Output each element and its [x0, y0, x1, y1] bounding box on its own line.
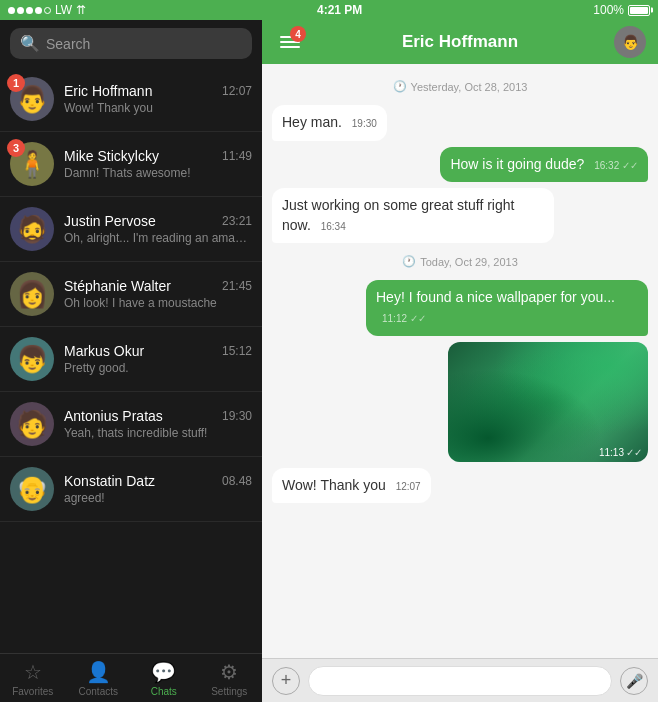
menu-button[interactable]: 4 [274, 26, 306, 58]
signal-dot-3 [26, 7, 33, 14]
status-bar: LW ⇈ 4:21 PM 100% [0, 0, 658, 20]
checkmarks: ✓✓ [410, 313, 426, 324]
wifi-icon: ⇈ [76, 3, 86, 17]
clock-icon: 🕐 [402, 255, 416, 268]
chat-preview: Pretty good. [64, 361, 252, 375]
message-row-image: 11:13 ✓✓ [272, 342, 648, 462]
header-avatar[interactable]: 👨 [614, 26, 646, 58]
chat-header-name: Eric Hoffmann [402, 32, 518, 52]
chat-list-item[interactable]: 🧑 Antonius Pratas 19:30 Yeah, thats incr… [0, 392, 262, 457]
image-time: 11:13 [599, 447, 624, 458]
chat-info: Justin Pervose 23:21 Oh, alright... I'm … [64, 213, 252, 245]
chat-name-row: Justin Pervose 23:21 [64, 213, 252, 229]
chat-list-item[interactable]: 👴 Konstatin Datz 08.48 agreed! [0, 457, 262, 522]
chat-time: 15:12 [222, 344, 252, 358]
signal-dot-1 [8, 7, 15, 14]
chats-nav-label: Chats [151, 686, 177, 697]
add-button[interactable]: + [272, 667, 300, 695]
left-panel: 🔍 Search 👨 1 Eric Hoffmann 12:07 Wow! Th… [0, 20, 262, 702]
unread-badge: 3 [7, 139, 25, 157]
battery-percent: 100% [593, 3, 624, 17]
avatar-emoji: 👦 [16, 344, 48, 375]
settings-nav-label: Settings [211, 686, 247, 697]
search-input-wrapper[interactable]: 🔍 Search [10, 28, 252, 59]
signal-indicator [8, 7, 51, 14]
avatar-wrap: 👩 [10, 272, 54, 316]
nav-item-chats[interactable]: 💬 Chats [131, 654, 197, 702]
chat-preview: Oh, alright... I'm reading an amazing ar… [64, 231, 252, 245]
message-row-received: Hey man. 19:30 [272, 105, 648, 141]
chat-preview: Yeah, thats incredible stuff! [64, 426, 252, 440]
chat-name-row: Stéphanie Walter 21:45 [64, 278, 252, 294]
chat-preview: Wow! Thank you [64, 101, 252, 115]
chat-info: Markus Okur 15:12 Pretty good. [64, 343, 252, 375]
header-avatar-icon: 👨 [622, 34, 639, 50]
contacts-nav-label: Contacts [79, 686, 118, 697]
chat-list-item[interactable]: 🧍 3 Mike Stickylcky 11:49 Damn! Thats aw… [0, 132, 262, 197]
contacts-nav-icon: 👤 [86, 660, 111, 684]
message-time: 16:32 ✓✓ [594, 160, 638, 171]
battery-fill [630, 7, 648, 14]
avatar-emoji: 👩 [16, 279, 48, 310]
image-bubble: 11:13 ✓✓ [448, 342, 648, 462]
chat-info: Eric Hoffmann 12:07 Wow! Thank you [64, 83, 252, 115]
date-text: Today, Oct 29, 2013 [420, 256, 518, 268]
settings-nav-icon: ⚙ [220, 660, 238, 684]
nav-item-contacts[interactable]: 👤 Contacts [66, 654, 132, 702]
chat-info: Mike Stickylcky 11:49 Damn! Thats awesom… [64, 148, 252, 180]
chat-name: Justin Pervose [64, 213, 156, 229]
chat-info: Antonius Pratas 19:30 Yeah, thats incred… [64, 408, 252, 440]
favorites-nav-icon: ☆ [24, 660, 42, 684]
chat-name-row: Antonius Pratas 19:30 [64, 408, 252, 424]
chat-time: 12:07 [222, 84, 252, 98]
chat-name: Markus Okur [64, 343, 144, 359]
unread-badge: 1 [7, 74, 25, 92]
chat-list-item[interactable]: 👩 Stéphanie Walter 21:45 Oh look! I have… [0, 262, 262, 327]
status-left: LW ⇈ [8, 3, 86, 17]
avatar-wrap: 🧍 3 [10, 142, 54, 186]
battery-icon [628, 5, 650, 16]
avatar-wrap: 👨 1 [10, 77, 54, 121]
app-body: 🔍 Search 👨 1 Eric Hoffmann 12:07 Wow! Th… [0, 20, 658, 702]
date-text: Yesterday, Oct 28, 2013 [411, 81, 528, 93]
avatar: 🧔 [10, 207, 54, 251]
status-time: 4:21 PM [317, 3, 362, 17]
message-row-received: Wow! Thank you 12:07 [272, 468, 648, 504]
received-bubble: Hey man. 19:30 [272, 105, 387, 141]
message-input[interactable] [308, 666, 612, 696]
nav-item-settings[interactable]: ⚙ Settings [197, 654, 263, 702]
chat-preview: agreed! [64, 491, 252, 505]
avatar: 👴 [10, 467, 54, 511]
received-bubble: Just working on some great stuff right n… [272, 188, 554, 243]
chat-time: 08.48 [222, 474, 252, 488]
chat-name-row: Mike Stickylcky 11:49 [64, 148, 252, 164]
avatar-wrap: 👴 [10, 467, 54, 511]
chats-nav-icon: 💬 [151, 660, 176, 684]
chat-list-item[interactable]: 🧔 Justin Pervose 23:21 Oh, alright... I'… [0, 197, 262, 262]
date-label: 🕐Today, Oct 29, 2013 [272, 255, 648, 268]
avatar-emoji: 👴 [16, 474, 48, 505]
checkmarks: ✓✓ [622, 160, 638, 171]
chat-list-item[interactable]: 👦 Markus Okur 15:12 Pretty good. [0, 327, 262, 392]
chat-name-row: Konstatin Datz 08.48 [64, 473, 252, 489]
message-time: 16:34 [321, 221, 346, 232]
chat-name-row: Eric Hoffmann 12:07 [64, 83, 252, 99]
avatar-wrap: 👦 [10, 337, 54, 381]
sent-bubble: How is it going dude? 16:32 ✓✓ [440, 147, 648, 183]
message-row-sent: Hey! I found a nice wallpaper for you...… [272, 280, 648, 335]
right-panel: 4 Eric Hoffmann 👨 🕐Yesterday, Oct 28, 20… [262, 20, 658, 702]
signal-dot-4 [35, 7, 42, 14]
chat-info: Konstatin Datz 08.48 agreed! [64, 473, 252, 505]
received-bubble: Wow! Thank you 12:07 [272, 468, 431, 504]
avatar: 🧑 [10, 402, 54, 446]
chat-name: Mike Stickylcky [64, 148, 159, 164]
sent-bubble: Hey! I found a nice wallpaper for you...… [366, 280, 648, 335]
image-checkmarks: ✓✓ [626, 447, 642, 458]
chat-name: Stéphanie Walter [64, 278, 171, 294]
mic-button[interactable]: 🎤 [620, 667, 648, 695]
add-icon: + [281, 670, 292, 691]
menu-badge: 4 [290, 26, 306, 42]
nav-item-favorites[interactable]: ☆ Favorites [0, 654, 66, 702]
chat-list-item[interactable]: 👨 1 Eric Hoffmann 12:07 Wow! Thank you [0, 67, 262, 132]
favorites-nav-label: Favorites [12, 686, 53, 697]
